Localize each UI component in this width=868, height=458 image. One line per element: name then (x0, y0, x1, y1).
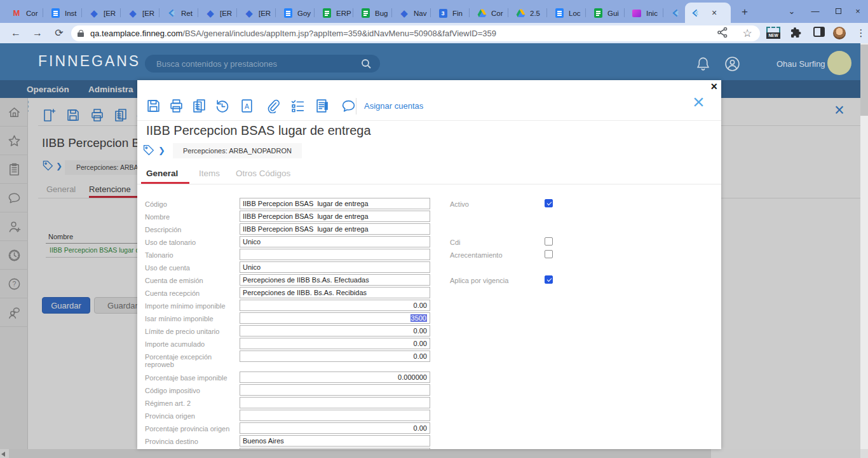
field-input-extra[interactable] (240, 448, 430, 449)
browser-tab[interactable]: ◆[ER (121, 3, 160, 23)
side-panel-icon[interactable] (813, 27, 826, 39)
user-name[interactable]: Ohau Surfing (776, 59, 825, 69)
tab-search-icon[interactable]: ⌄ (783, 5, 800, 18)
field-label: Porcentaje excepción reproweb (145, 353, 237, 368)
field-label: Cuenta recepción (145, 289, 237, 297)
docs-icon (283, 8, 293, 18)
scroll-left-arrow-icon[interactable] (1, 452, 5, 457)
close-tab-icon[interactable]: × (712, 8, 717, 18)
tab-items[interactable]: Items (199, 169, 220, 178)
field-input-porcentaje-provincia-origen[interactable]: 0.00 (240, 422, 430, 434)
profile-avatar[interactable] (833, 27, 846, 39)
tab-label: Goy (297, 10, 311, 17)
field-input-provincia-origen[interactable] (240, 410, 430, 421)
field-input-l-mite-de-precio-unitario[interactable]: 0.00 (240, 325, 430, 337)
browser-tab[interactable]: Ret (160, 3, 199, 23)
report-icon (315, 99, 330, 113)
finnegans-icon (690, 8, 700, 18)
new-tab-button[interactable]: + (737, 5, 752, 20)
browser-tab[interactable]: MCor (5, 3, 44, 23)
save-button[interactable] (146, 99, 161, 113)
print-button[interactable] (169, 99, 184, 113)
field-input-provincia-destino[interactable]: Buenos Aires (240, 435, 430, 447)
diamond-icon: ◆ (128, 8, 138, 18)
search-icon[interactable] (361, 59, 372, 69)
browser-tab[interactable]: Bug (354, 3, 393, 23)
comment-button[interactable] (341, 99, 356, 113)
history-button[interactable] (215, 99, 229, 113)
browser-tab[interactable]: ERP (315, 3, 354, 23)
vertical-scrollbar-thumb[interactable] (860, 45, 868, 116)
diamond-icon: ◆ (89, 8, 99, 18)
field-input-c-digo[interactable]: IIBB Percepcion BSAS lugar de entrega (240, 198, 430, 209)
modal-close-icon[interactable]: × (710, 81, 717, 92)
close-window-icon[interactable]: × (850, 5, 866, 18)
active-tab[interactable]: × (685, 3, 731, 23)
checkbox-acrecentamiento[interactable] (545, 250, 553, 258)
field-input-importe-m-nimo-imponible[interactable]: 0.00 (240, 300, 430, 311)
restore-icon[interactable] (830, 5, 846, 18)
browser-tab[interactable]: Inic (625, 3, 664, 23)
browser-tab[interactable]: ◆[ER (83, 3, 121, 23)
modal-dismiss-icon[interactable]: × (693, 92, 705, 112)
account-icon[interactable] (724, 56, 740, 72)
tab-general[interactable]: General (146, 169, 178, 178)
browser-tab[interactable]: ◆[ER (199, 3, 238, 23)
browser-tab[interactable]: Gui (587, 3, 625, 23)
user-avatar[interactable] (827, 51, 851, 75)
attachment-button[interactable] (265, 99, 280, 113)
field-input-cuenta-recepci-n[interactable]: Percepciones de IIBB. Bs.As. Recibidas (240, 287, 430, 298)
browser-menu-icon[interactable]: ⋮ (855, 27, 867, 39)
browser-tab[interactable]: Cor (470, 3, 509, 23)
asignar-cuentas-link[interactable]: Asignar cuentas (364, 101, 423, 111)
field-input-talonario[interactable] (240, 249, 430, 260)
field-input-importe-acumulado[interactable]: 0.00 (240, 338, 430, 349)
report-button[interactable] (315, 99, 330, 113)
tab-divider (663, 8, 663, 17)
tab-label: [ER (220, 10, 232, 17)
browser-tab[interactable]: 3Fin (431, 3, 470, 23)
field-input-nombre[interactable]: IIBB Percepcion BSAS lugar de entrega (240, 211, 430, 222)
field-input-descripci-n[interactable]: IIBB Percepcion BSAS lugar de entrega (240, 223, 430, 235)
tab-otros-codigos[interactable]: Otros Códigos (236, 169, 290, 178)
modal-tag-chip[interactable]: Percepciones: ARBA_NOPADRON (173, 143, 302, 158)
browser-tab[interactable]: ◆Nav (393, 3, 431, 23)
bookmark-star-icon[interactable]: ☆ (741, 27, 754, 39)
slides-icon (632, 8, 642, 18)
export-button[interactable]: A (240, 99, 254, 113)
reload-icon[interactable]: ⟳ (51, 25, 67, 41)
lock-icon[interactable] (78, 30, 85, 38)
url-text[interactable]: qa.teamplace.finneg.com/BSA/general/incl… (90, 29, 496, 38)
field-input-uso-de-talonario[interactable]: Unico (240, 236, 430, 247)
share-icon[interactable] (717, 27, 729, 39)
field-input-uso-de-cuenta[interactable]: Unico (240, 261, 430, 273)
checkbox-activo[interactable] (545, 199, 553, 207)
extension-new-icon[interactable]: NEW (766, 27, 779, 39)
browser-tab[interactable]: ◆[ER (238, 3, 276, 23)
checklist-button[interactable] (290, 99, 305, 113)
extensions-puzzle-icon[interactable] (790, 27, 803, 39)
field-input-r-gimen-art-2[interactable] (240, 397, 430, 408)
scrollbar-corner (860, 449, 868, 458)
tab-label: Nav (414, 10, 426, 17)
notifications-bell-icon[interactable] (695, 56, 711, 72)
field-input-isar-m-nimo-imponible[interactable]: 3500 (240, 312, 430, 324)
back-icon[interactable]: ← (8, 25, 24, 41)
field-input-cuenta-de-emisi-n[interactable]: Percepciones de IIBB Bs.As. Efectuadas (240, 274, 430, 286)
search-placeholder: Busca contenidos y prestaciones (156, 59, 277, 69)
minimize-icon[interactable]: — (807, 5, 824, 18)
tab-divider (430, 8, 431, 17)
copy-button[interactable] (192, 99, 207, 113)
field-input-c-digo-impositivo[interactable] (240, 384, 430, 396)
checkbox-aplica-por-vigencia[interactable] (545, 275, 553, 284)
checkbox-cdi[interactable] (545, 237, 553, 246)
forward-icon[interactable]: → (29, 25, 46, 41)
history-icon (215, 99, 229, 113)
browser-tab[interactable]: Loc (548, 3, 587, 23)
browser-tab[interactable]: Inst (44, 3, 83, 23)
field-input-porcentaje-excepci-n-reproweb[interactable]: 0.00 (240, 350, 430, 362)
browser-tab[interactable]: Goy (276, 3, 315, 23)
field-input-porcentaje-base-imponible[interactable]: 0.000000 (240, 371, 430, 383)
horizontal-scrollbar-thumb[interactable] (9, 449, 711, 458)
browser-tab[interactable]: 2.5 (509, 3, 548, 23)
